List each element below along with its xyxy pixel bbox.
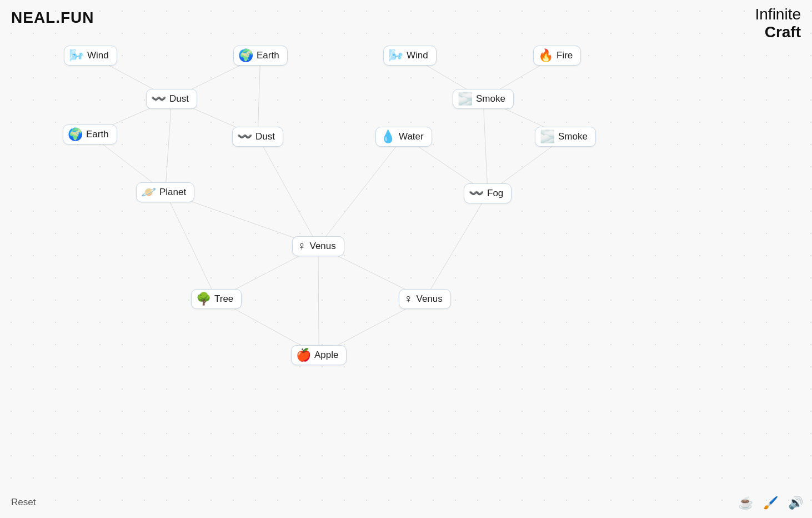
item-emoji: 💧 (380, 131, 395, 143)
item-card-venus1[interactable]: ♀Venus (292, 236, 344, 256)
item-emoji: 🪐 (141, 186, 156, 198)
app-title: Infinite Craft (755, 6, 801, 41)
item-card-dust2[interactable]: 〰️Dust (232, 127, 283, 147)
item-label: Wind (87, 50, 109, 61)
item-card-fire1[interactable]: 🔥Fire (533, 46, 581, 66)
item-emoji: 🌳 (196, 293, 211, 305)
item-card-wind1[interactable]: 🌬️Wind (64, 46, 117, 66)
item-label: Smoke (476, 93, 505, 104)
item-card-earth1[interactable]: 🌍Earth (63, 124, 117, 145)
item-card-apple1[interactable]: 🍎Apple (291, 345, 347, 365)
item-label: Earth (257, 50, 279, 61)
item-emoji: 🌍 (68, 128, 83, 141)
item-emoji: ♀ (404, 293, 413, 305)
item-emoji: 🌍 (238, 49, 253, 62)
item-emoji: 🌫️ (540, 131, 555, 143)
item-emoji: ♀ (297, 240, 307, 252)
item-label: Fire (557, 50, 573, 61)
item-card-wind2[interactable]: 🌬️Wind (383, 46, 437, 66)
item-label: Water (399, 131, 424, 142)
item-label: Venus (417, 293, 443, 305)
item-label: Wind (407, 50, 428, 61)
logo: NEAL.FUN (11, 9, 94, 27)
item-label: Apple (314, 350, 338, 361)
item-label: Dust (169, 93, 189, 104)
item-label: Tree (214, 293, 233, 305)
item-card-planet1[interactable]: 🪐Planet (136, 182, 194, 202)
item-emoji: 〰️ (151, 93, 166, 105)
item-label: Earth (86, 129, 109, 140)
item-card-smoke2[interactable]: 🌫️Smoke (535, 127, 596, 147)
item-card-tree1[interactable]: 🌳Tree (191, 289, 242, 309)
item-emoji: 〰️ (469, 187, 484, 200)
bottom-icons: ☕ 🖌️ 🔊 (738, 496, 803, 510)
volume-icon[interactable]: 🔊 (788, 496, 803, 510)
coffee-icon[interactable]: ☕ (738, 496, 753, 510)
title-line2: Craft (755, 23, 801, 41)
item-emoji: 〰️ (237, 131, 252, 143)
item-emoji: 🌬️ (69, 49, 84, 62)
item-card-dust1[interactable]: 〰️Dust (146, 89, 197, 109)
item-card-smoke1[interactable]: 🌫️Smoke (453, 89, 514, 109)
item-emoji: 🍎 (296, 349, 311, 361)
item-emoji: 🔥 (538, 49, 553, 62)
brush-icon[interactable]: 🖌️ (763, 496, 778, 510)
item-label: Venus (310, 241, 336, 252)
item-label: Planet (159, 187, 186, 198)
title-line1: Infinite (755, 6, 801, 23)
item-card-water1[interactable]: 💧Water (375, 127, 432, 147)
item-emoji: 🌫️ (458, 93, 473, 105)
reset-button[interactable]: Reset (11, 497, 36, 508)
item-card-venus2[interactable]: ♀Venus (399, 289, 451, 309)
item-card-earth2[interactable]: 🌍Earth (233, 46, 288, 66)
item-label: Fog (487, 188, 503, 199)
item-card-fog1[interactable]: 〰️Fog (464, 183, 512, 203)
item-label: Dust (255, 131, 275, 142)
item-label: Smoke (558, 131, 588, 142)
item-emoji: 🌬️ (388, 49, 403, 62)
